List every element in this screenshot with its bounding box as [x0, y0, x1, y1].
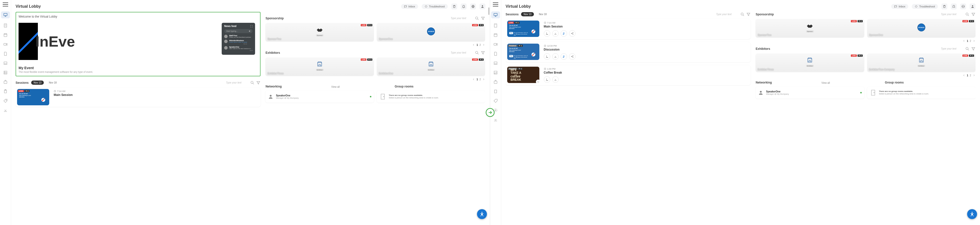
rail-laptop-icon[interactable] [493, 61, 498, 65]
rail-image-icon[interactable] [493, 70, 498, 75]
chevron-right-icon[interactable] [482, 78, 485, 81]
trash-button[interactable] [451, 3, 457, 10]
search-icon[interactable] [250, 81, 255, 85]
rail-clipboard-icon[interactable] [493, 89, 498, 94]
newsfeed-item[interactable]: AttendeeNineteenLorem ipsum dolor sit am… [224, 40, 253, 45]
expand-icon[interactable] [250, 25, 253, 27]
newsfeed-item[interactable]: Staff FourCheck out the Eventland podcas… [224, 35, 253, 38]
search-icon[interactable] [475, 16, 479, 21]
networking-person-card[interactable]: SpeakerOne Manager @ My Mompany [756, 87, 864, 99]
rail-monitor-icon[interactable] [1, 11, 10, 18]
rail-bag-icon[interactable] [3, 80, 8, 84]
exhibitor-card[interactable]: LIVE👁 0 Exhibitor ExhibitorOne [377, 57, 485, 76]
filter-icon[interactable] [256, 81, 261, 85]
newsfeed-input[interactable]: Start typing… [224, 29, 253, 33]
exhibitor-card[interactable]: LIVE👁 0 Exhibitor ExhibitorThree [756, 54, 864, 72]
session-card[interactable]: LIVE👁 0 You are all set!Start checking i… [506, 19, 751, 39]
filter-icon[interactable] [481, 51, 485, 55]
bell-button[interactable] [461, 3, 467, 10]
exhibitor-search[interactable] [939, 46, 964, 51]
sponsor-card[interactable]: LIVE👁 0 SPONSOR SponsorOne [377, 23, 485, 41]
download-button[interactable] [552, 76, 558, 83]
sponsor-card[interactable]: LIVE👁 0 Sponsor SponsorTwo [756, 19, 864, 37]
scrollbar[interactable] [488, 8, 489, 15]
chevron-right-icon[interactable] [482, 43, 485, 46]
sponsor-card[interactable]: LIVE👁 0 Sponsor SponsorTwo [266, 23, 374, 41]
sessions-search[interactable] [224, 80, 249, 85]
date-pill[interactable]: Nov 18 [46, 81, 59, 85]
rail-download-icon[interactable] [3, 108, 8, 113]
filter-icon[interactable] [971, 12, 975, 17]
rail-tag-icon[interactable] [3, 99, 8, 103]
session-card[interactable]: Finished👁 0 let'sTAKE AcoffeeBREAK 1:34 … [506, 65, 751, 85]
exhibitor-card[interactable]: LIVE👁 0 Exhibitor ExhibitorTwo-Company [867, 54, 975, 72]
rail-calendar-icon[interactable] [493, 33, 498, 37]
rail-video-icon[interactable] [493, 42, 498, 46]
globe-button[interactable] [960, 3, 966, 10]
rail-file-icon[interactable] [3, 51, 8, 56]
filter-icon[interactable] [746, 12, 751, 17]
networking-viewall[interactable]: View all [331, 86, 340, 88]
inbox-button[interactable]: Inbox [891, 4, 908, 9]
globe-button[interactable] [470, 3, 476, 10]
search-icon[interactable] [475, 51, 479, 55]
share-button[interactable] [569, 30, 576, 37]
rail-tag-icon[interactable] [493, 99, 498, 103]
download-button[interactable] [552, 30, 558, 37]
accessibility-button[interactable] [967, 209, 977, 219]
download-button[interactable] [552, 53, 558, 60]
filter-icon[interactable] [971, 46, 975, 51]
date-pill[interactable]: Nov 13 [31, 81, 44, 85]
share-button[interactable] [569, 53, 576, 60]
rail-image-icon[interactable] [3, 70, 8, 75]
troubleshoot-button[interactable]: Troubleshoot [912, 4, 938, 9]
chevron-right-icon[interactable] [972, 74, 975, 77]
troubleshoot-button[interactable]: Troubleshoot [422, 4, 448, 9]
user-button[interactable] [970, 3, 975, 10]
rail-monitor-icon[interactable] [491, 11, 500, 18]
chevron-left-icon[interactable] [472, 43, 475, 46]
vote-button[interactable] [544, 76, 550, 83]
session-card[interactable]: Finished👁 0 You are all set!Start checki… [506, 42, 751, 62]
sessions-search[interactable] [714, 12, 739, 17]
search-icon[interactable] [965, 12, 970, 17]
sponsor-search[interactable] [449, 16, 473, 21]
rail-building-icon[interactable] [493, 23, 498, 28]
rail-calendar-icon[interactable] [3, 33, 8, 37]
newsfeed-item[interactable]: SpeakerOneCan't wait for the next sessio… [224, 46, 253, 51]
rail-clipboard-icon[interactable] [3, 89, 8, 94]
chevron-left-icon[interactable] [472, 78, 475, 81]
search-icon[interactable] [965, 46, 970, 51]
accessibility-button[interactable] [477, 209, 487, 219]
networking-viewall[interactable]: View all [821, 81, 830, 84]
rail-building-icon[interactable] [3, 23, 8, 28]
user-button[interactable] [479, 3, 485, 10]
exhibitor-card[interactable]: LIVE👁 0 Exhibitor ExhibitorThree [266, 57, 374, 76]
rail-video-icon[interactable] [3, 42, 8, 46]
chevron-right-icon[interactable] [972, 39, 975, 42]
rail-bag-icon[interactable] [493, 80, 498, 84]
search-icon[interactable] [740, 12, 745, 17]
trash-button[interactable] [942, 3, 947, 10]
users-button[interactable] [561, 53, 567, 60]
bell-button[interactable] [951, 3, 957, 10]
networking-person-card[interactable]: SpeakerOne Manager @ My Mompany [266, 91, 374, 102]
exhibitor-search[interactable] [449, 50, 473, 55]
filter-icon[interactable] [481, 16, 485, 21]
pin-icon[interactable] [536, 80, 539, 83]
inbox-button[interactable]: Inbox [401, 4, 418, 9]
rail-download-icon[interactable] [493, 118, 498, 122]
date-pill[interactable]: Nov 18 [536, 12, 549, 16]
rail-file-icon[interactable] [493, 51, 498, 56]
chevron-left-icon[interactable] [963, 39, 966, 42]
hamburger-icon[interactable] [493, 3, 498, 6]
sponsor-card[interactable]: LIVE👁 0 SPONSOR SponsorOne [867, 19, 975, 37]
rail-laptop-icon[interactable] [3, 61, 8, 65]
date-pill[interactable]: Nov 13 [521, 12, 534, 16]
session-card[interactable]: LIVE👁 0 You are all set!Start checking i… [16, 88, 261, 107]
vote-button[interactable] [544, 30, 550, 37]
sponsor-search[interactable] [939, 12, 964, 17]
hamburger-icon[interactable] [3, 3, 8, 6]
users-button[interactable] [561, 30, 567, 37]
vote-button[interactable] [544, 53, 550, 60]
